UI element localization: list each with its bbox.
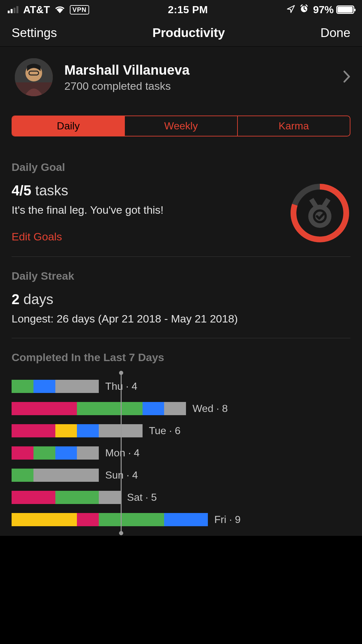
profile-name: Marshall Villanueva (64, 62, 332, 78)
bar-segment (77, 513, 99, 526)
edit-goals-button[interactable]: Edit Goals (12, 230, 280, 243)
bar-label: Sat · 5 (127, 491, 157, 503)
status-right: 97% (287, 4, 354, 16)
battery-indicator: 97% (313, 4, 354, 16)
bar-segment (164, 402, 186, 415)
svg-rect-3 (16, 6, 18, 13)
daily-streak-count: 2 days (12, 291, 350, 307)
battery-percent: 97% (313, 4, 334, 16)
chevron-right-icon (343, 70, 350, 84)
bar-segment (12, 424, 55, 437)
segment-daily[interactable]: Daily (12, 116, 125, 136)
segmented-control: DailyWeeklyKarma (12, 116, 350, 136)
daily-streak-longest: Longest: 26 days (Apr 21 2018 - May 21 2… (12, 313, 350, 325)
svg-rect-2 (14, 8, 15, 13)
bar-segment (77, 446, 99, 460)
chart-area: Thu · 4Wed · 8Tue · 6Mon · 4Sun · 4Sat ·… (12, 380, 350, 526)
bar-label: Fri · 9 (214, 514, 241, 526)
bar-segment (12, 491, 55, 504)
vpn-badge: VPN (70, 5, 89, 14)
bar-segment (77, 402, 142, 415)
content: Marshall Villanueva 2700 completed tasks… (0, 47, 362, 536)
bar-track (12, 491, 121, 504)
segment-karma[interactable]: Karma (238, 116, 350, 136)
signal-icon (8, 4, 19, 16)
bar-segment (33, 469, 99, 482)
daily-streak-section: Daily Streak 2 days Longest: 26 days (Ap… (12, 257, 350, 338)
bar-row: Thu · 4 (12, 380, 350, 393)
carrier-label: AT&T (23, 4, 50, 16)
bar-track (12, 424, 143, 437)
bar-segment (33, 446, 55, 460)
bar-label: Mon · 4 (105, 447, 140, 459)
daily-goal-message: It's the final leg. You've got this! (12, 204, 280, 216)
daily-goal-title: Daily Goal (12, 161, 350, 173)
bar-row: Wed · 8 (12, 402, 350, 415)
bar-track (12, 469, 99, 482)
bar-segment (77, 424, 99, 437)
bar-segment (55, 491, 99, 504)
status-left: AT&T VPN (8, 4, 89, 16)
bar-segment (12, 446, 33, 460)
svg-rect-0 (8, 11, 10, 13)
bar-segment (143, 402, 164, 415)
bar-segment (55, 424, 77, 437)
bar-row: Sun · 4 (12, 469, 350, 482)
nav-bar: Settings Productivity Done (0, 19, 362, 47)
location-icon (287, 4, 295, 16)
bar-label: Wed · 8 (192, 403, 228, 415)
daily-goal-section: Daily Goal 4/5 tasks It's the final leg.… (12, 148, 350, 257)
bar-track (12, 402, 186, 415)
bar-segment (164, 513, 208, 526)
done-button[interactable]: Done (320, 26, 350, 40)
bar-segment (12, 380, 33, 393)
bar-segment (99, 491, 121, 504)
settings-button[interactable]: Settings (12, 26, 57, 40)
bar-track (12, 513, 208, 526)
chart-section: Completed In the Last 7 Days Thu · 4Wed … (12, 338, 350, 536)
profile-row[interactable]: Marshall Villanueva 2700 completed tasks (0, 47, 362, 116)
bar-segment (55, 380, 99, 393)
bar-row: Tue · 6 (12, 424, 350, 437)
bar-segment (55, 446, 77, 460)
bar-segment (33, 380, 55, 393)
page-title: Productivity (153, 26, 225, 40)
progress-ring (289, 182, 350, 244)
bar-row: Sat · 5 (12, 491, 350, 504)
segment-weekly[interactable]: Weekly (125, 116, 237, 136)
bar-segment (12, 469, 33, 482)
daily-streak-title: Daily Streak (12, 270, 350, 282)
profile-text: Marshall Villanueva 2700 completed tasks (64, 62, 332, 92)
bar-segment (12, 513, 77, 526)
bar-track (12, 446, 99, 460)
alarm-icon (300, 4, 309, 16)
bar-segment (99, 513, 164, 526)
status-time: 2:15 PM (168, 4, 208, 16)
bar-segment (12, 402, 77, 415)
wifi-icon (54, 4, 65, 16)
status-bar: AT&T VPN 2:15 PM 97% (0, 0, 362, 19)
daily-goal-count: 4/5 tasks (12, 182, 280, 199)
chart-title: Completed In the Last 7 Days (12, 351, 350, 364)
bar-label: Tue · 6 (149, 425, 181, 437)
bar-row: Fri · 9 (12, 513, 350, 526)
medal-icon (308, 198, 331, 228)
avatar (15, 58, 53, 96)
bar-row: Mon · 4 (12, 446, 350, 460)
svg-rect-1 (11, 9, 13, 13)
goal-line (121, 373, 122, 533)
bar-track (12, 380, 99, 393)
battery-icon (336, 5, 354, 14)
profile-subtitle: 2700 completed tasks (64, 80, 332, 92)
